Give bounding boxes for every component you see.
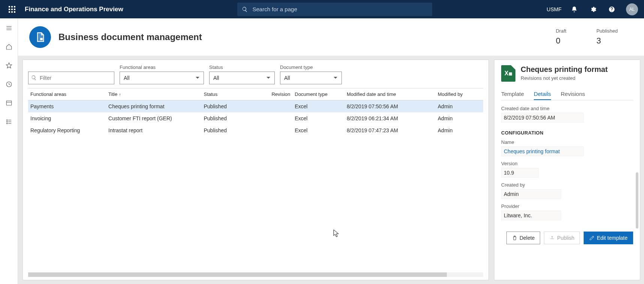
- cell-functional-areas: Invoicing: [28, 112, 106, 124]
- tab-template[interactable]: Template: [501, 88, 524, 100]
- svg-rect-3: [9, 9, 10, 10]
- functional-areas-select[interactable]: All: [120, 72, 204, 84]
- cell-modified: 8/2/2019 06:21:34 AM: [344, 112, 436, 124]
- configuration-heading: CONFIGURATION: [501, 130, 633, 136]
- cell-revision: [262, 112, 292, 124]
- col-functional-areas[interactable]: Functional areas: [28, 88, 106, 100]
- favorites-icon[interactable]: [3, 60, 15, 72]
- chevron-down-icon: [333, 76, 338, 80]
- sort-asc-icon: ↑: [119, 92, 121, 97]
- col-modified[interactable]: Modified date and time: [344, 88, 436, 100]
- status-value: All: [213, 75, 219, 81]
- cell-modified: 8/2/2019 07:50:56 AM: [344, 100, 436, 113]
- provider-label: Provider: [501, 203, 633, 209]
- workspaces-icon[interactable]: [3, 97, 15, 109]
- col-modified-by[interactable]: Modified by: [436, 88, 483, 100]
- doctype-select[interactable]: All: [280, 72, 342, 84]
- hamburger-icon[interactable]: [3, 22, 15, 34]
- filter-input[interactable]: [28, 72, 114, 84]
- cell-modified-by: Admin: [436, 112, 483, 124]
- delete-button[interactable]: Delete: [506, 232, 540, 244]
- app-launcher-icon[interactable]: [3, 0, 21, 18]
- search-input[interactable]: [252, 6, 428, 13]
- createdby-value: Admin: [501, 189, 561, 199]
- doctype-filter-label: Document type: [280, 64, 342, 70]
- svg-line-14: [9, 84, 10, 85]
- col-title[interactable]: Title↑: [106, 88, 201, 100]
- recent-icon[interactable]: [3, 78, 15, 90]
- help-icon[interactable]: [606, 3, 618, 15]
- horizontal-scrollbar[interactable]: [28, 272, 483, 277]
- detail-scrollbar[interactable]: [636, 172, 638, 229]
- cell-title: Intrastat report: [106, 124, 201, 136]
- svg-rect-8: [14, 11, 15, 13]
- cell-document-type: Excel: [292, 112, 344, 124]
- table-row[interactable]: PaymentsCheques printing formatPublished…: [28, 100, 483, 113]
- provider-value: Litware, Inc.: [501, 211, 561, 220]
- svg-rect-7: [11, 11, 13, 13]
- home-icon[interactable]: [3, 41, 15, 53]
- stat-draft-label: Draft: [556, 28, 566, 34]
- stat-published-value: 3: [596, 36, 618, 46]
- chevron-down-icon: [195, 76, 200, 80]
- svg-rect-5: [14, 9, 15, 10]
- edit-icon: [589, 235, 595, 241]
- page-icon: [29, 26, 51, 48]
- trash-icon: [512, 235, 517, 241]
- search-box[interactable]: [237, 3, 432, 16]
- col-revision[interactable]: Revision: [262, 88, 292, 100]
- topbar: Finance and Operations Preview USMF AL: [0, 0, 644, 18]
- document-list-panel: Functional areas All Status All: [22, 60, 489, 280]
- cell-functional-areas: Regulatory Reporting: [28, 124, 106, 136]
- edit-template-button[interactable]: Edit template: [584, 232, 633, 244]
- created-date-label: Created date and time: [501, 106, 633, 111]
- col-status[interactable]: Status: [201, 88, 262, 100]
- stat-draft-value: 0: [556, 36, 566, 46]
- stat-published-label: Published: [596, 28, 618, 34]
- svg-rect-0: [9, 6, 10, 7]
- cell-functional-areas: Payments: [28, 100, 106, 113]
- avatar[interactable]: AL: [626, 3, 638, 15]
- svg-rect-2: [14, 6, 15, 7]
- cell-document-type: Excel: [292, 100, 344, 113]
- stat-published: Published 3: [596, 28, 618, 46]
- svg-rect-23: [40, 38, 43, 40]
- notifications-icon[interactable]: [568, 3, 580, 15]
- page-title: Business document management: [58, 32, 202, 42]
- cell-status: Published: [201, 112, 262, 124]
- name-value-link[interactable]: Cheques printing format: [501, 146, 584, 156]
- tab-revisions[interactable]: Revisions: [561, 88, 585, 100]
- publish-button: Publish: [544, 232, 580, 244]
- cell-status: Published: [201, 100, 262, 113]
- svg-point-19: [6, 121, 7, 122]
- svg-point-17: [6, 120, 7, 120]
- name-label: Name: [501, 139, 633, 145]
- svg-point-21: [6, 123, 7, 124]
- chevron-down-icon: [266, 76, 271, 80]
- cell-revision: [262, 124, 292, 136]
- stat-draft: Draft 0: [556, 28, 566, 46]
- col-document-type[interactable]: Document type: [292, 88, 344, 100]
- company-code[interactable]: USMF: [547, 6, 562, 12]
- detail-subtitle: Revisions not yet created: [521, 75, 608, 81]
- modules-icon[interactable]: [3, 116, 15, 128]
- tab-details[interactable]: Details: [534, 88, 551, 100]
- status-select[interactable]: All: [209, 72, 275, 84]
- table-row[interactable]: Regulatory ReportingIntrastat reportPubl…: [28, 124, 483, 136]
- table-header-row: Functional areas Title↑ Status Revision …: [28, 88, 483, 100]
- svg-rect-6: [9, 11, 10, 13]
- cell-modified-by: Admin: [436, 100, 483, 113]
- cell-title: Customer FTI report (GER): [106, 112, 201, 124]
- svg-rect-15: [6, 101, 12, 105]
- publish-icon: [550, 235, 555, 241]
- svg-rect-1: [11, 6, 13, 7]
- cell-title: Cheques printing format: [106, 100, 201, 113]
- detail-tabs: Template Details Revisions: [501, 88, 633, 100]
- left-nav-rail: [0, 18, 18, 284]
- cell-modified-by: Admin: [436, 124, 483, 136]
- table-row[interactable]: InvoicingCustomer FTI report (GER)Publis…: [28, 112, 483, 124]
- excel-icon: X▦: [501, 65, 515, 82]
- settings-icon[interactable]: [587, 3, 599, 15]
- functional-areas-value: All: [124, 75, 130, 81]
- cell-status: Published: [201, 124, 262, 136]
